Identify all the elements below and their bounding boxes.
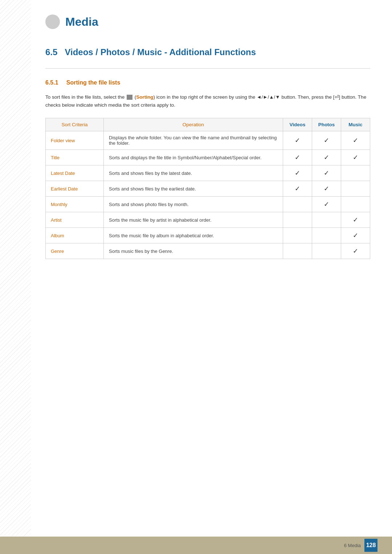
section-title: Videos / Photos / Music - Additional Fun… [65, 47, 256, 57]
music-checkmark-6: ✓ [353, 232, 358, 239]
operation-cell-6: Sorts the music file by album in alphabe… [104, 228, 283, 243]
page-container: Media 6.5 Videos / Photos / Music - Addi… [0, 0, 392, 554]
videos-check-5 [283, 212, 312, 228]
criteria-cell-4: Monthly [46, 197, 104, 212]
table-row: Earliest DateSorts and shows files by th… [46, 181, 370, 197]
header-music: Music [341, 118, 370, 131]
divider [45, 68, 370, 69]
music-checkmark-7: ✓ [353, 247, 358, 255]
videos-check-0: ✓ [283, 131, 312, 150]
operation-cell-1: Sorts and displays the file title in Sym… [104, 150, 283, 165]
subsection-heading: 6.5.1 Sorting the file lists [45, 79, 370, 86]
videos-checkmark-1: ✓ [295, 154, 300, 161]
footer-page-number: 128 [364, 539, 377, 552]
body-paragraph: To sort files in the file lists, select … [45, 93, 370, 109]
header-videos: Videos [283, 118, 312, 131]
section-number: 6.5 [45, 47, 57, 57]
criteria-cell-5: Artist [46, 212, 104, 228]
table-row: TitleSorts and displays the file title i… [46, 150, 370, 165]
table-row: GenreSorts music files by the Genre.✓ [46, 243, 370, 259]
sort-table: Sort Criteria Operation Videos Photos Mu… [45, 118, 370, 259]
page-footer: 6 Media 128 [0, 537, 392, 554]
music-checkmark-5: ✓ [353, 216, 358, 223]
music-check-2 [341, 165, 370, 181]
body-text-2: icon in the top right of the screen by u… [156, 94, 335, 100]
photos-check-0: ✓ [312, 131, 341, 150]
table-row: MonthlySorts and shows photo files by mo… [46, 197, 370, 212]
header-sort-criteria: Sort Criteria [46, 118, 104, 131]
criteria-cell-0: Folder view [46, 131, 104, 150]
page-header: Media [45, 15, 370, 29]
photos-check-6 [312, 228, 341, 243]
videos-check-2: ✓ [283, 165, 312, 181]
videos-check-7 [283, 243, 312, 259]
photos-checkmark-3: ✓ [324, 185, 329, 192]
header-photos: Photos [312, 118, 341, 131]
operation-cell-7: Sorts music files by the Genre. [104, 243, 283, 259]
table-row: Latest DateSorts and shows files by the … [46, 165, 370, 181]
music-check-3 [341, 181, 370, 197]
section-heading: 6.5 Videos / Photos / Music - Additional… [45, 47, 370, 57]
music-checkmark-1: ✓ [353, 154, 358, 161]
videos-checkmark-2: ✓ [295, 169, 300, 177]
operation-cell-5: Sorts the music file by artist in alphab… [104, 212, 283, 228]
table-row: Folder viewDisplays the whole folder. Yo… [46, 131, 370, 150]
criteria-cell-2: Latest Date [46, 165, 104, 181]
page-title: Media [65, 15, 98, 29]
photos-checkmark-1: ✓ [324, 154, 329, 161]
subsection-title: Sorting the file lists [66, 79, 120, 86]
photos-check-2: ✓ [312, 165, 341, 181]
photos-check-3: ✓ [312, 181, 341, 197]
footer-section-label: 6 Media [344, 543, 361, 548]
criteria-cell-3: Earliest Date [46, 181, 104, 197]
music-check-6: ✓ [341, 228, 370, 243]
videos-checkmark-0: ✓ [295, 137, 300, 144]
content-area: Media 6.5 Videos / Photos / Music - Addi… [31, 0, 392, 299]
music-checkmark-0: ✓ [353, 137, 358, 144]
videos-check-4 [283, 197, 312, 212]
videos-check-3: ✓ [283, 181, 312, 197]
left-stripe-decoration [0, 0, 31, 554]
photos-check-1: ✓ [312, 150, 341, 165]
table-row: ArtistSorts the music file by artist in … [46, 212, 370, 228]
header-operation: Operation [104, 118, 283, 131]
table-row: AlbumSorts the music file by album in al… [46, 228, 370, 243]
photos-check-7 [312, 243, 341, 259]
operation-cell-2: Sorts and shows files by the latest date… [104, 165, 283, 181]
operation-cell-3: Sorts and shows files by the earliest da… [104, 181, 283, 197]
criteria-cell-7: Genre [46, 243, 104, 259]
operation-cell-4: Sorts and shows photo files by month. [104, 197, 283, 212]
operation-cell-0: Displays the whole folder. You can view … [104, 131, 283, 150]
videos-check-6 [283, 228, 312, 243]
chapter-circle-icon [45, 15, 60, 29]
videos-check-1: ✓ [283, 150, 312, 165]
photos-check-4: ✓ [312, 197, 341, 212]
music-check-5: ✓ [341, 212, 370, 228]
sorting-icon [127, 95, 132, 100]
table-header-row: Sort Criteria Operation Videos Photos Mu… [46, 118, 370, 131]
music-check-7: ✓ [341, 243, 370, 259]
videos-checkmark-3: ✓ [295, 185, 300, 192]
criteria-cell-1: Title [46, 150, 104, 165]
music-check-1: ✓ [341, 150, 370, 165]
music-check-4 [341, 197, 370, 212]
body-text-bold: Sorting [136, 94, 153, 100]
subsection-number: 6.5.1 [45, 79, 58, 86]
photos-checkmark-4: ✓ [324, 201, 329, 208]
body-text-1: To sort files in the file lists, select … [45, 94, 124, 100]
photos-checkmark-2: ✓ [324, 169, 329, 177]
photos-check-5 [312, 212, 341, 228]
photos-checkmark-0: ✓ [324, 137, 329, 144]
music-check-0: ✓ [341, 131, 370, 150]
criteria-cell-6: Album [46, 228, 104, 243]
